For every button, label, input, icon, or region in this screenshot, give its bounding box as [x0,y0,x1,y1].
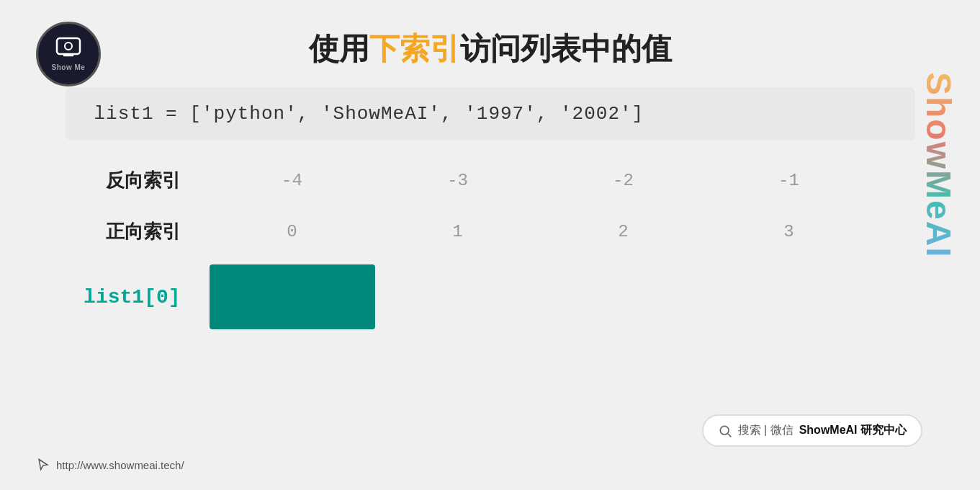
forward-index-cell-3: 3 [706,222,872,241]
search-label: 搜索 | 微信 [738,423,794,438]
search-bar[interactable]: 搜索 | 微信 ShowMeAI 研究中心 [702,414,922,447]
svg-point-1 [65,43,72,50]
logo-icon-symbol [55,37,81,63]
forward-index-cell-0: 0 [210,222,375,241]
title-suffix: 访问列表中的值 [460,32,672,66]
logo-text: Show Me [52,63,86,71]
cursor-icon [36,458,50,472]
code-block: list1 = ['python', 'ShowMeAI', '1997', '… [66,87,915,141]
main-container: Show Me 使用下索引访问列表中的值 list1 = ['python', … [0,0,980,490]
forward-index-values: 0 1 2 3 [210,222,915,241]
index-table: 反向索引 -4 -3 -2 -1 正向索引 0 1 2 3 list1[0] [66,155,915,337]
list-cell-1 [375,264,541,329]
reverse-index-cell-3: -1 [706,171,872,190]
list-cell-2 [541,264,706,329]
title-prefix: 使用 [309,32,369,66]
footer-url: http://www.showmeai.tech/ [56,459,184,471]
title-highlight: 下索引 [369,32,460,66]
list-access-values [210,264,915,329]
logo: Show Me [36,22,101,86]
reverse-index-cell-1: -3 [375,171,541,190]
code-text: list1 = ['python', 'ShowMeAI', '1997', '… [94,103,644,125]
logo-circle: Show Me [36,22,101,86]
list-access-row: list1[0] [66,257,915,337]
search-org: ShowMeAI 研究中心 [799,423,907,438]
list-cell-3 [706,264,872,329]
reverse-index-label: 反向索引 [66,168,210,193]
page-title: 使用下索引访问列表中的值 [309,29,672,69]
forward-index-row: 正向索引 0 1 2 3 [66,206,915,257]
watermark: ShowMeAI [919,72,958,259]
svg-line-4 [727,433,731,437]
reverse-index-cell-0: -4 [210,171,375,190]
forward-index-label: 正向索引 [66,219,210,244]
reverse-index-values: -4 -3 -2 -1 [210,171,915,190]
reverse-index-cell-2: -2 [541,171,706,190]
footer-link[interactable]: http://www.showmeai.tech/ [36,458,184,472]
search-icon [718,424,732,438]
reverse-index-row: 反向索引 -4 -3 -2 -1 [66,155,915,206]
forward-index-cell-1: 1 [375,222,541,241]
list-cell-0 [210,264,375,329]
svg-rect-0 [57,38,80,54]
list-access-label: list1[0] [66,286,210,308]
svg-point-3 [720,426,729,435]
forward-index-cell-2: 2 [541,222,706,241]
